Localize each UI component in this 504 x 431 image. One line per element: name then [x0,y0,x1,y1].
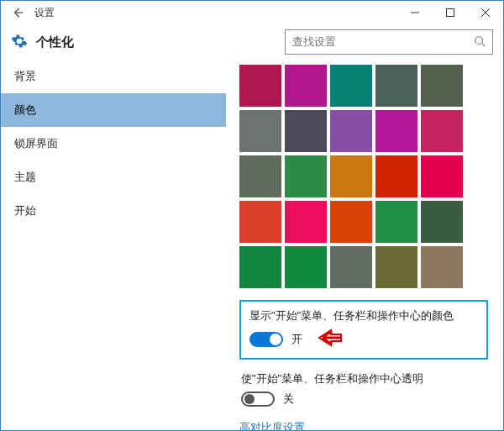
color-swatch[interactable] [239,246,281,288]
color-swatch[interactable] [375,65,417,107]
color-swatch[interactable] [421,155,463,197]
color-swatch[interactable] [330,110,372,152]
transparency-label: 使"开始"菜单、任务栏和操作中心透明 [241,371,493,386]
color-swatch[interactable] [239,155,281,197]
color-swatch[interactable] [421,65,463,107]
color-swatch[interactable] [330,65,372,107]
show-color-toggle[interactable] [249,332,283,347]
color-swatch[interactable] [239,110,281,152]
arrow-left-icon [12,7,24,18]
gear-icon [11,33,28,52]
svg-point-4 [475,36,483,44]
titlebar: 设置 [1,1,503,24]
header: 个性化 查找设置 [1,24,503,60]
color-swatch[interactable] [285,65,327,107]
page-title: 个性化 [36,34,74,50]
color-swatch[interactable] [285,201,327,243]
color-swatch[interactable] [330,246,372,288]
sidebar-item-3[interactable]: 主题 [1,160,226,194]
maximize-button[interactable] [433,1,468,24]
search-input[interactable]: 查找设置 [285,29,493,55]
color-swatch[interactable] [285,110,327,152]
color-swatch[interactable] [421,201,463,243]
close-icon [481,8,490,17]
svg-rect-1 [447,9,454,17]
sidebar-item-label: 锁屏界面 [14,136,58,151]
back-button[interactable] [6,1,29,24]
svg-line-5 [482,43,486,46]
sidebar-item-2[interactable]: 锁屏界面 [1,127,226,160]
color-swatch[interactable] [285,155,327,197]
annotation-arrow-icon [314,329,343,350]
sidebar-item-label: 开始 [14,203,36,218]
close-button[interactable] [468,1,503,24]
color-swatch[interactable] [239,201,281,243]
transparency-state: 关 [283,392,294,407]
color-swatch[interactable] [421,110,463,152]
search-placeholder: 查找设置 [292,34,474,50]
high-contrast-link[interactable]: 高对比度设置 [239,420,305,431]
content: 显示"开始"菜单、任务栏和操作中心的颜色 开 使"开始"菜单、任务栏和操作中心透… [226,60,503,431]
sidebar-item-1[interactable]: 颜色 [1,93,226,127]
sidebar-item-label: 背景 [14,69,36,84]
color-swatch[interactable] [375,246,417,288]
color-swatch[interactable] [330,201,372,243]
sidebar-item-label: 颜色 [14,102,36,118]
sidebar: 背景颜色锁屏界面主题开始 [1,60,226,431]
show-color-state: 开 [291,332,302,347]
color-swatch[interactable] [239,65,281,107]
maximize-icon [446,8,454,17]
show-color-label: 显示"开始"菜单、任务栏和操作中心的颜色 [249,308,478,323]
color-swatch[interactable] [375,110,417,152]
color-swatch[interactable] [330,155,372,197]
minimize-button[interactable] [397,1,433,24]
color-swatch-grid [239,65,493,288]
color-swatch[interactable] [285,246,327,288]
search-icon [474,35,486,50]
color-swatch[interactable] [375,155,417,197]
sidebar-item-0[interactable]: 背景 [1,60,226,93]
color-swatch[interactable] [421,246,463,288]
sidebar-item-label: 主题 [14,170,36,185]
transparency-toggle[interactable] [241,392,275,407]
minimize-icon [411,8,419,17]
highlighted-setting: 显示"开始"菜单、任务栏和操作中心的颜色 开 [239,300,488,360]
color-swatch[interactable] [375,201,417,243]
window-title: 设置 [34,6,55,20]
sidebar-item-4[interactable]: 开始 [1,194,226,228]
